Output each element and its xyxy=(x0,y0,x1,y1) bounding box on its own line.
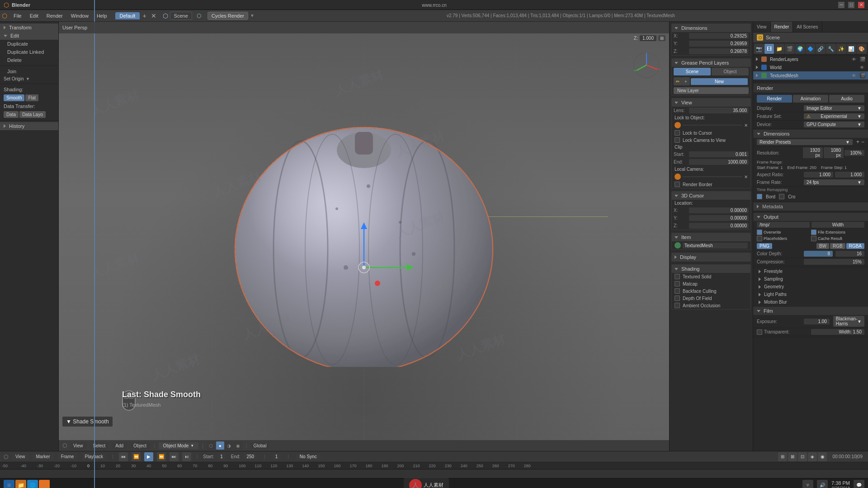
menu-render[interactable]: Render xyxy=(43,12,66,19)
global-selector[interactable]: Global xyxy=(250,443,269,449)
dimensions-render-header[interactable]: Dimensions xyxy=(753,130,868,138)
light-paths-item[interactable]: Light Paths xyxy=(753,291,868,298)
smooth-btn[interactable]: Smooth xyxy=(4,94,24,101)
menu-window[interactable]: Window xyxy=(67,12,92,19)
timeline-view-btn[interactable]: View xyxy=(12,453,29,460)
material-icon[interactable]: ◑ xyxy=(225,441,233,450)
pencil-icon-btn[interactable]: ✏ xyxy=(674,77,682,85)
world-icon[interactable]: 🌍 xyxy=(795,44,805,54)
item-mesh-name[interactable]: TexturedMesh xyxy=(683,243,748,249)
color-depth-value[interactable]: 8 xyxy=(804,251,833,257)
menu-edit[interactable]: Edit xyxy=(26,12,42,19)
rendered-icon[interactable]: ◉ xyxy=(234,441,242,450)
wireframe-icon[interactable]: ⬡ xyxy=(207,441,215,450)
start-value[interactable]: 1 xyxy=(217,454,226,460)
dim-y-value[interactable]: 0.26959 xyxy=(689,41,749,47)
end-value[interactable]: 250 xyxy=(244,454,257,460)
solid-icon[interactable]: ● xyxy=(216,441,224,450)
camera-icon[interactable]: 📷 xyxy=(754,44,764,54)
gpencil-new-btn[interactable]: New xyxy=(691,78,748,85)
animation-btn[interactable]: Animation xyxy=(793,95,828,103)
world-item[interactable]: World 👁 xyxy=(753,63,868,71)
compression-value[interactable]: 15% xyxy=(804,259,864,265)
item-header[interactable]: Item xyxy=(672,233,750,241)
depth-of-field-checkbox[interactable] xyxy=(675,296,680,301)
plus-icon-btn[interactable]: + xyxy=(682,77,690,85)
scene-area[interactable]: 人人素材 人人素材 人人素材 人人素材 人人素材 人人素材 人人素材 人人素材 … xyxy=(59,33,669,440)
data-btn[interactable]: Data xyxy=(4,111,19,118)
metadata-header[interactable]: Metadata xyxy=(753,202,868,211)
render-btn[interactable]: Render xyxy=(757,95,792,103)
play-btn[interactable]: ▶ xyxy=(144,452,153,461)
scene-selector[interactable]: Scene xyxy=(170,12,192,20)
sync-dropdown[interactable]: No Sync xyxy=(296,454,321,460)
current-frame[interactable]: 1 xyxy=(273,454,281,460)
jump-start-btn[interactable]: ⏮ xyxy=(119,452,128,461)
transparent-checkbox[interactable] xyxy=(757,329,762,335)
add-preset-btn[interactable]: + xyxy=(856,139,859,145)
rgba-btn[interactable]: RGBA xyxy=(846,243,864,249)
tl-icon-5[interactable]: ◉ xyxy=(818,452,827,461)
render-tab[interactable]: Render xyxy=(771,22,793,32)
data-icon[interactable]: 📊 xyxy=(847,44,857,54)
engine-selector[interactable]: Cycles Render xyxy=(208,12,248,20)
select-btn-viewport[interactable]: Select xyxy=(90,442,109,449)
dim-x-value[interactable]: 0.29325 xyxy=(689,33,749,39)
lock-camera-checkbox[interactable] xyxy=(675,137,680,143)
cursor-3d-header[interactable]: 3D Cursor xyxy=(672,192,750,200)
menu-file[interactable]: File xyxy=(10,12,25,19)
local-camera-clear[interactable]: ✕ xyxy=(744,174,748,179)
freestyle-item[interactable]: Freestyle xyxy=(753,267,868,275)
modifiers-icon[interactable]: 🔧 xyxy=(826,44,836,54)
dim-z-value[interactable]: 0.26878 xyxy=(689,48,749,54)
wifi-icon[interactable]: ⛛ xyxy=(802,480,813,488)
tl-icon-2[interactable]: ⊠ xyxy=(788,452,797,461)
remove-preset-btn[interactable]: − xyxy=(861,139,864,145)
view-tab[interactable]: View xyxy=(753,22,771,32)
res-y-value[interactable]: 1080 px xyxy=(824,147,844,158)
texturedmesh-item[interactable]: TexturedMesh 👁 🎬 xyxy=(753,71,868,80)
lock-object-clear[interactable]: ✕ xyxy=(744,123,748,128)
history-section[interactable]: History xyxy=(0,122,58,130)
constraints-icon[interactable]: 🔗 xyxy=(816,44,826,54)
window-controls[interactable]: ─ □ ✕ xyxy=(838,2,864,8)
cache-checkbox[interactable] xyxy=(811,236,816,241)
add-btn-viewport[interactable]: Add xyxy=(112,442,127,449)
local-camera-input[interactable] xyxy=(683,176,742,177)
rgb-btn[interactable]: RGB xyxy=(830,243,845,249)
color-depth-16[interactable]: 16 xyxy=(835,251,864,257)
duplicate-item[interactable]: Duplicate xyxy=(0,40,58,48)
prev-frame-btn[interactable]: ⏪ xyxy=(132,452,141,461)
jump-end-btn[interactable]: ⏭ xyxy=(170,452,179,461)
all-scenes-tab[interactable]: All Scenes xyxy=(793,22,822,32)
transparent-width[interactable]: Width: 1.50 xyxy=(811,329,864,335)
transform-section[interactable]: Transform xyxy=(0,23,58,32)
output-icon[interactable]: 📁 xyxy=(774,44,784,54)
backface-culling-checkbox[interactable] xyxy=(675,288,680,294)
output-width-val[interactable]: Width xyxy=(811,222,864,228)
mesh-render-icon[interactable]: 🎬 xyxy=(860,73,865,78)
tl-icon-3[interactable]: ⊡ xyxy=(798,452,807,461)
png-btn[interactable]: PNG xyxy=(757,243,772,249)
filter-dropdown[interactable]: Blackman-Harris ▼ xyxy=(833,316,864,327)
material-icon-tab[interactable]: 🎨 xyxy=(857,44,867,54)
grease-pencil-header[interactable]: Grease Pencil Layers xyxy=(672,59,750,67)
new-layer-btn[interactable]: New Layer xyxy=(674,87,749,94)
output-path[interactable]: /tmp/ xyxy=(757,222,810,228)
flat-btn[interactable]: Flat xyxy=(25,94,38,101)
display-dropdown[interactable]: Image Editor ▼ xyxy=(804,105,864,111)
film-header[interactable]: Film xyxy=(753,307,868,315)
timeline-frame-btn[interactable]: Frame xyxy=(57,453,78,460)
frame-rate-dropdown[interactable]: 24 fps ▼ xyxy=(804,179,864,185)
close-workspace-btn[interactable]: ✕ xyxy=(149,12,158,19)
duplicate-linked-item[interactable]: Duplicate Linked xyxy=(0,48,58,56)
next-frame-btn[interactable]: ⏩ xyxy=(157,452,166,461)
clip-end-value[interactable]: 1000.000 xyxy=(689,159,749,165)
renderlayers-eye[interactable]: 👁 xyxy=(851,56,857,62)
gpencil-scene-btn[interactable]: Scene xyxy=(674,68,711,75)
minimize-button[interactable]: ─ xyxy=(838,2,844,8)
timeline-body[interactable] xyxy=(0,469,868,478)
feature-set-dropdown[interactable]: ⚠ Experimental ▼ xyxy=(804,113,864,119)
maximize-button[interactable]: □ xyxy=(848,2,854,8)
res-pct-value[interactable]: 100% xyxy=(844,150,864,156)
